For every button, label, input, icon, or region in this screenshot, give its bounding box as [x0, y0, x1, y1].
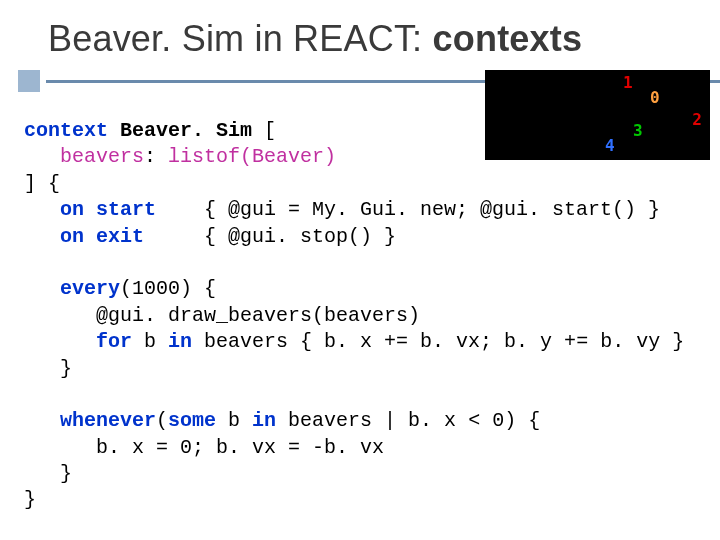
kw-some: some [168, 409, 216, 432]
indent [24, 462, 60, 485]
on-exit-body: { @gui. stop() } [204, 225, 396, 248]
kw-on-exit: on exit [60, 225, 144, 248]
title-bold: contexts [433, 18, 583, 59]
kw-in: in [252, 409, 276, 432]
beaver-label-0: 0 [650, 88, 660, 107]
indent [24, 304, 96, 327]
every-line1: @gui. draw_beavers(beavers) [96, 304, 420, 327]
indent [24, 277, 60, 300]
whenever-body: b. x = 0; b. vx = -b. vx [96, 436, 384, 459]
indent [24, 330, 96, 353]
context-name: Beaver. Sim [120, 119, 252, 142]
context-close: } [24, 488, 36, 511]
title-row: Beaver. Sim in REACT: contexts [0, 18, 720, 60]
open-bracket: [ [252, 119, 276, 142]
kw-context: context [24, 119, 108, 142]
indent [24, 198, 60, 221]
field-type: listof(Beaver) [168, 145, 336, 168]
gap [156, 198, 204, 221]
divider-square-icon [18, 70, 40, 92]
indent [24, 145, 60, 168]
on-start-body: { @gui = My. Gui. new; @gui. start() } [204, 198, 660, 221]
kw-whenever: whenever [60, 409, 156, 432]
code-block: context Beaver. Sim [ beavers: listof(Be… [24, 118, 700, 514]
indent [24, 225, 60, 248]
kw-in: in [168, 330, 192, 353]
txt: b [132, 330, 168, 353]
close-bracket: ] { [24, 172, 60, 195]
indent [24, 357, 60, 380]
whenever-cond: beavers | b. x < 0) { [276, 409, 540, 432]
kw-for: for [96, 330, 132, 353]
indent [24, 409, 60, 432]
every-close: } [60, 357, 72, 380]
field-name: beavers [60, 145, 144, 168]
paren: ( [156, 409, 168, 432]
gap [144, 225, 204, 248]
every-arg: (1000) { [120, 277, 216, 300]
field-sep: : [144, 145, 168, 168]
whenever-close: } [60, 462, 72, 485]
slide: Beaver. Sim in REACT: contexts 1 0 2 3 4… [0, 0, 720, 540]
every-line2: beavers { b. x += b. vx; b. y += b. vy } [192, 330, 684, 353]
kw-on-start: on start [60, 198, 156, 221]
page-title: Beaver. Sim in REACT: contexts [48, 18, 700, 60]
txt: b [216, 409, 252, 432]
indent [24, 436, 96, 459]
title-pre: Beaver. Sim in REACT: [48, 18, 433, 59]
kw-every: every [60, 277, 120, 300]
beaver-label-1: 1 [623, 73, 633, 92]
